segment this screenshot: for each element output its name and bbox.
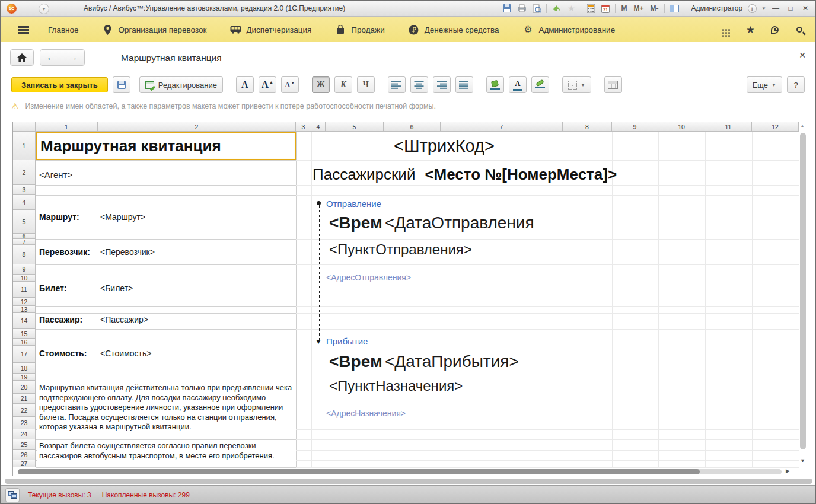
add-to-favorites-icon[interactable] [551, 4, 562, 13]
close-page-icon[interactable]: ✕ [799, 50, 806, 60]
row-header[interactable]: 5 [13, 210, 36, 234]
row-header[interactable]: 22 [13, 404, 36, 417]
home-button[interactable] [10, 49, 34, 66]
row-header[interactable]: 19 [13, 374, 36, 381]
memory-m-button[interactable]: M [620, 4, 628, 12]
cell-field-value[interactable]: <Стоимость> [100, 349, 151, 358]
column-header[interactable]: 4 [311, 122, 326, 132]
print-icon[interactable] [517, 4, 527, 13]
favorites-icon[interactable]: ★ [566, 4, 576, 13]
back-button[interactable]: ← [40, 50, 62, 65]
info-icon[interactable]: i [747, 4, 757, 13]
menu-item-main[interactable]: Главное [48, 25, 79, 34]
save-and-close-button[interactable]: Записать и закрыть [11, 77, 108, 92]
row-header[interactable]: 18 [13, 363, 36, 374]
row-header[interactable]: 16 [13, 339, 36, 346]
row-header[interactable]: 9 [13, 264, 36, 275]
column-header[interactable]: 8 [563, 122, 612, 132]
cell-departure-address[interactable]: <АдресОтправления> [326, 273, 411, 282]
panel-splitter[interactable] [7, 43, 7, 476]
memory-m-minus-button[interactable]: M- [649, 4, 660, 12]
current-user[interactable]: Администратор [689, 4, 743, 12]
cell-departure-date[interactable]: <ДатаОтправления [385, 212, 563, 235]
cell-departure-time[interactable]: <Врем [329, 212, 384, 235]
background-color-button[interactable] [531, 76, 549, 93]
performance-indicator-icon[interactable] [5, 488, 20, 502]
align-right-button[interactable] [433, 76, 451, 93]
italic-button[interactable]: К [334, 76, 352, 93]
close-button[interactable]: ✕ [800, 4, 811, 12]
row-header[interactable]: 6 [13, 234, 36, 239]
increase-font-button[interactable]: А▲ [259, 76, 276, 93]
column-header[interactable]: 9 [612, 122, 658, 132]
row-header[interactable]: 14 [13, 313, 36, 329]
form-horizontal-scrollbar[interactable] [5, 479, 812, 484]
row-header[interactable]: 20 [13, 381, 36, 394]
column-header[interactable]: 2 [98, 122, 296, 132]
menu-item-dispatching[interactable]: Диспетчеризация [230, 24, 311, 35]
cell-field-value[interactable]: <Перевозчик> [100, 247, 155, 257]
cell-note-conditions[interactable]: Маршрутная квитанция действительна тольк… [37, 383, 296, 432]
decrease-font-button[interactable]: А▼ [281, 76, 299, 93]
info-caret-icon[interactable]: ▼ [761, 6, 766, 11]
menu-item-transport-organization[interactable]: Организация перевозок [103, 24, 207, 35]
calendar-icon[interactable]: 31 [600, 4, 611, 13]
row-header[interactable]: 3 [13, 185, 36, 195]
vertical-scrollbar-thumb[interactable] [800, 133, 806, 449]
align-justify-button[interactable] [455, 76, 473, 93]
column-header[interactable]: 12 [752, 122, 799, 132]
menu-item-sales[interactable]: Продажи [335, 24, 384, 35]
column-header[interactable]: 3 [296, 122, 311, 132]
row-header[interactable]: 17 [13, 346, 36, 363]
row-header[interactable]: 27 [13, 460, 36, 467]
row-header[interactable]: 4 [13, 195, 36, 210]
window-menu-icon[interactable]: ▼ [39, 4, 49, 14]
column-header[interactable]: 10 [658, 122, 705, 132]
editing-toggle-button[interactable]: Редактирование [139, 76, 223, 93]
row-header[interactable]: 8 [13, 245, 36, 264]
row-header[interactable]: 23 [13, 417, 36, 429]
row-header[interactable]: 26 [13, 450, 36, 460]
cell-field-label[interactable]: Стоимость: [39, 349, 87, 358]
row-header[interactable]: 2 [13, 160, 36, 185]
row-header[interactable]: 15 [13, 329, 36, 339]
save-button[interactable] [113, 76, 130, 93]
menu-item-money[interactable]: Денежные средства [409, 24, 499, 35]
forward-button[interactable]: → [62, 50, 84, 65]
cell-field-value[interactable]: <Билет> [100, 283, 133, 293]
hamburger-menu-icon[interactable] [18, 26, 29, 34]
maximize-button[interactable]: □ [785, 4, 796, 12]
print-preview-icon[interactable] [531, 4, 542, 13]
more-button[interactable]: Еще▼ [747, 76, 782, 93]
column-header[interactable]: 5 [326, 122, 384, 132]
menu-item-administration[interactable]: ⚙ Администрирование [522, 24, 615, 35]
apps-grid-icon[interactable] [721, 24, 732, 35]
help-button[interactable]: ? [787, 76, 805, 93]
column-header[interactable]: 11 [705, 122, 752, 132]
underline-button[interactable]: Ч [357, 76, 375, 93]
align-center-button[interactable] [410, 76, 428, 93]
cell-arrival-address[interactable]: <АдресНазначения> [326, 409, 406, 418]
cell-field-label[interactable]: Билет: [39, 283, 67, 293]
named-areas-button[interactable] [604, 76, 622, 93]
cell-field-label[interactable]: Пассажир: [39, 315, 82, 324]
column-header[interactable]: 1 [36, 122, 98, 132]
cell-arrival-time[interactable]: <Врем [329, 351, 384, 374]
row-header[interactable]: 11 [13, 282, 36, 298]
row-header[interactable]: 24 [13, 429, 36, 439]
cell-passenger-seat[interactable]: Пассажирский <Место №[НомерМеста]> [313, 164, 617, 185]
cell-doc-title[interactable]: Маршрутная квитанция [36, 132, 296, 160]
font-button[interactable]: А [236, 76, 254, 93]
fill-color-button[interactable] [486, 76, 504, 93]
row-header[interactable]: 13 [13, 306, 36, 313]
scroll-right-icon[interactable]: ▶ [786, 468, 790, 474]
cell-arrival-header[interactable]: Прибытие [326, 336, 368, 346]
grid-corner-cell[interactable] [13, 122, 36, 132]
scroll-down-icon[interactable]: ▼ [800, 458, 805, 464]
scroll-up-icon[interactable]: ▲ [800, 123, 805, 129]
history-icon[interactable] [769, 24, 780, 35]
calculator-icon[interactable] [585, 4, 596, 13]
memory-m-plus-button[interactable]: M+ [632, 4, 645, 12]
cell-field-label[interactable]: Маршрут: [39, 212, 79, 222]
horizontal-scrollbar-thumb[interactable] [18, 469, 700, 474]
